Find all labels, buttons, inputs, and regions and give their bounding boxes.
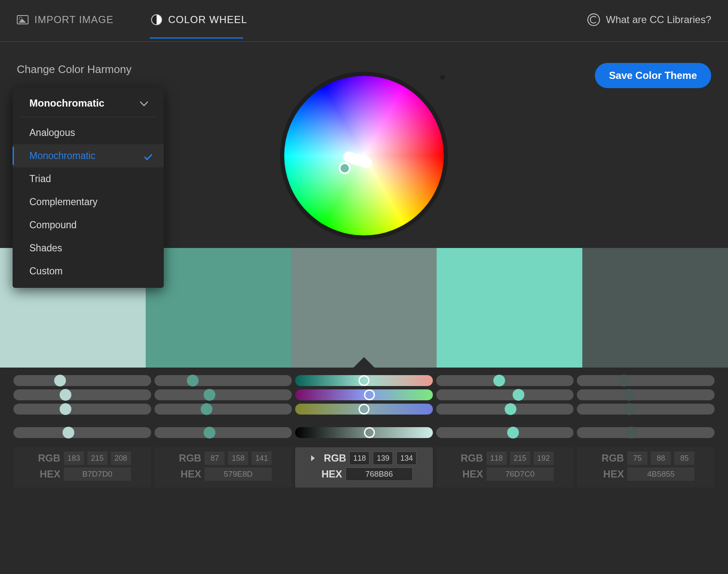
rgb-g-input[interactable]: 215 (87, 451, 107, 465)
save-color-theme-button[interactable]: Save Color Theme (595, 63, 711, 88)
rgb-r-input[interactable]: 75 (627, 451, 647, 465)
harmony-dropdown[interactable]: Monochromatic AnalogousMonochromaticTria… (13, 88, 164, 288)
slider-rowB-col2[interactable] (155, 427, 292, 438)
slider-track (13, 375, 151, 386)
slider-thumb[interactable] (493, 375, 505, 386)
rgb-g-input[interactable]: 158 (228, 451, 248, 465)
tab-import-image[interactable]: IMPORT IMAGE (17, 14, 126, 38)
rgb-b-input[interactable]: 85 (674, 451, 694, 465)
slider-rowB-col5[interactable] (577, 427, 715, 438)
creative-cloud-icon (587, 13, 600, 26)
slider-row2-col1[interactable] (13, 389, 151, 400)
slider-row1-col5[interactable] (577, 375, 715, 386)
slider-thumb[interactable] (364, 389, 375, 400)
rgb-g-input[interactable]: 215 (510, 451, 530, 465)
harmony-option-monochromatic[interactable]: Monochromatic (13, 144, 164, 167)
color-wheel-icon (151, 14, 162, 25)
hex-input[interactable]: 76D7C0 (487, 467, 554, 481)
hex-input[interactable]: 579E8D (204, 467, 272, 481)
hex-input[interactable]: 768B86 (346, 467, 413, 481)
swatch-4[interactable] (437, 248, 582, 368)
rgb-label: RGB (319, 452, 346, 464)
slider-row3-col5[interactable] (577, 404, 715, 415)
slider-thumb[interactable] (623, 403, 635, 415)
rgb-g-input[interactable]: 88 (651, 451, 671, 465)
harmony-dropdown-toggle[interactable]: Monochromatic (20, 96, 156, 117)
slider-row3-col2[interactable] (155, 404, 292, 415)
slider-thumb[interactable] (201, 403, 212, 415)
slider-rowB-col1[interactable] (13, 427, 151, 438)
slider-row1-col3[interactable] (295, 375, 433, 386)
slider-row2-col3[interactable] (295, 389, 433, 400)
slider-thumb[interactable] (618, 375, 630, 386)
slider-thumb[interactable] (60, 389, 71, 401)
hex-input[interactable]: 4B5855 (627, 467, 694, 481)
rgb-r-input[interactable]: 118 (349, 451, 369, 465)
check-icon (144, 152, 152, 160)
slider-row3-col1[interactable] (13, 404, 151, 415)
rgb-b-input[interactable]: 208 (111, 451, 131, 465)
slider-row2-col4[interactable] (436, 389, 574, 400)
slider-thumb[interactable] (359, 404, 369, 415)
hex-input[interactable]: B7D7D0 (64, 467, 131, 481)
slider-row1-col2[interactable] (155, 375, 292, 386)
triangle-right-icon[interactable] (311, 455, 315, 461)
harmony-option-compound[interactable]: Compound (13, 214, 164, 237)
slider-row3-col3[interactable] (295, 404, 433, 415)
harmony-option-label: Triad (29, 173, 51, 185)
cc-link-label: What are CC Libraries? (606, 14, 711, 26)
slider-thumb[interactable] (204, 427, 215, 438)
slider-track (155, 389, 292, 400)
harmony-option-complementary[interactable]: Complementary (13, 190, 164, 214)
slider-row1-col4[interactable] (436, 375, 574, 386)
rgb-b-input[interactable]: 192 (534, 451, 554, 465)
cc-libraries-link[interactable]: What are CC Libraries? (587, 13, 711, 39)
color-wheel[interactable] (280, 72, 448, 240)
harmony-option-triad[interactable]: Triad (13, 167, 164, 190)
rgb-g-input[interactable]: 139 (373, 451, 393, 465)
wheel-handle[interactable] (339, 162, 351, 174)
slider-thumb[interactable] (60, 403, 71, 415)
slider-thumb[interactable] (513, 389, 524, 401)
swatch-2[interactable] (146, 248, 291, 368)
swatch-3[interactable] (291, 248, 437, 368)
hex-label: HEX (34, 468, 60, 480)
slider-track (436, 427, 574, 438)
slider-track (577, 404, 715, 415)
swatch-5[interactable] (582, 248, 728, 368)
slider-row2-col5[interactable] (577, 389, 715, 400)
slider-thumb[interactable] (54, 375, 66, 386)
slider-thumb[interactable] (623, 389, 635, 401)
chevron-down-icon (140, 98, 148, 106)
rgb-r-input[interactable]: 118 (487, 451, 507, 465)
rgb-r-input[interactable]: 183 (64, 451, 84, 465)
slider-rowB-col3[interactable] (295, 427, 433, 438)
harmony-option-custom[interactable]: Custom (13, 260, 164, 283)
slider-thumb[interactable] (204, 389, 215, 401)
slider-thumb[interactable] (507, 427, 519, 438)
value-cell-2: RGB87158141HEX579E8D (155, 447, 292, 488)
slider-thumb[interactable] (63, 427, 74, 438)
slider-rowB-col4[interactable] (436, 427, 574, 438)
slider-row3-col4[interactable] (436, 404, 574, 415)
rgb-b-input[interactable]: 141 (251, 451, 272, 465)
slider-row2-col2[interactable] (155, 389, 292, 400)
slider-thumb[interactable] (364, 427, 375, 438)
harmony-option-analogous[interactable]: Analogous (13, 121, 164, 144)
slider-row1-col1[interactable] (13, 375, 151, 386)
harmony-option-label: Shades (29, 243, 62, 254)
hex-label: HEX (315, 468, 342, 480)
rgb-b-input[interactable]: 134 (396, 451, 416, 465)
slider-thumb[interactable] (626, 427, 638, 438)
slider-thumb[interactable] (359, 375, 369, 386)
hex-label: HEX (174, 468, 201, 480)
slider-thumb[interactable] (505, 403, 516, 415)
rgb-r-input[interactable]: 87 (204, 451, 225, 465)
tab-color-wheel[interactable]: COLOR WHEEL (151, 14, 259, 38)
value-cell-3: RGB118139134HEX768B86 (295, 447, 433, 488)
harmony-option-shades[interactable]: Shades (13, 237, 164, 260)
harmony-option-label: Compound (29, 219, 77, 231)
value-cell-5: RGB758885HEX4B5855 (577, 447, 715, 488)
value-cell-1: RGB183215208HEXB7D7D0 (13, 447, 151, 488)
slider-thumb[interactable] (187, 375, 199, 386)
